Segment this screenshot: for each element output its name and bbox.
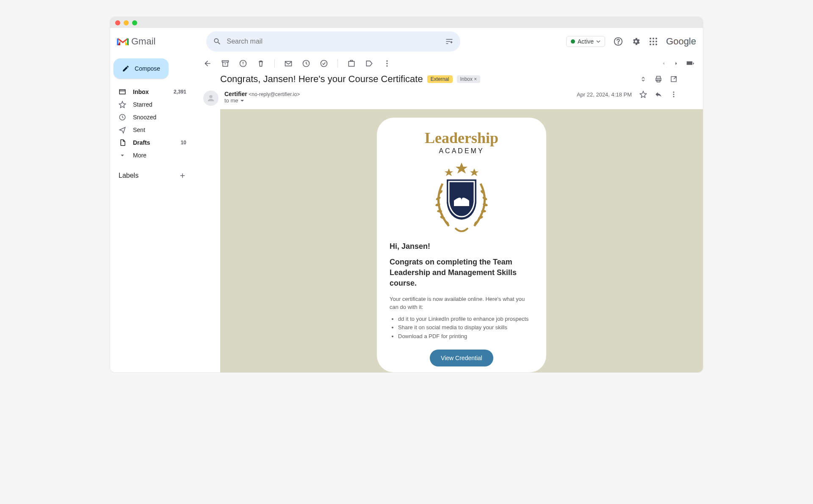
svg-marker-31 [456, 162, 467, 174]
svg-point-5 [650, 41, 651, 42]
svg-rect-34 [454, 205, 469, 206]
svg-point-17 [321, 61, 327, 67]
svg-point-19 [386, 61, 387, 62]
person-icon [206, 94, 216, 103]
svg-point-8 [650, 44, 651, 45]
print-icon[interactable] [655, 75, 662, 83]
sender-avatar [203, 91, 218, 106]
svg-marker-32 [445, 168, 453, 176]
nav-label: More [133, 152, 147, 159]
certificate-card: Leadership ACADEMY [377, 118, 546, 372]
description-text: Your certificate is now available online… [390, 295, 534, 311]
svg-point-9 [653, 44, 654, 45]
nav-count: 10 [181, 140, 186, 146]
more-icon[interactable] [670, 91, 678, 98]
congrats-text: Congrats on completing the Team Leadersh… [390, 257, 534, 289]
mark-unread-icon[interactable] [284, 59, 293, 68]
svg-point-30 [673, 96, 675, 97]
nav-icon [119, 139, 126, 146]
academy-crest-icon [390, 162, 534, 234]
bullet-item: Share it on social media to display your… [398, 323, 534, 332]
nav-icon [119, 101, 126, 108]
archive-icon[interactable] [221, 59, 230, 68]
add-task-icon[interactable] [320, 59, 328, 68]
back-icon[interactable] [203, 59, 212, 68]
svg-point-21 [386, 65, 387, 66]
nav-icon [119, 151, 126, 159]
search-icon [213, 37, 221, 46]
email-body: Leadership ACADEMY [220, 109, 703, 372]
svg-point-38 [437, 210, 442, 212]
compose-button[interactable]: Compose [113, 58, 169, 79]
nav-label: Snoozed [133, 114, 156, 121]
nav-icon [119, 88, 126, 96]
delete-icon[interactable] [257, 59, 265, 68]
sender-name: Certifier [224, 91, 247, 97]
star-icon[interactable] [639, 91, 647, 98]
nav-label: Sent [133, 127, 145, 133]
svg-point-44 [481, 210, 486, 212]
search-input[interactable] [227, 38, 445, 45]
gmail-icon [117, 37, 129, 46]
nav-label: Drafts [133, 139, 150, 146]
sidebar-item-sent[interactable]: Sent [113, 124, 191, 136]
help-icon[interactable] [614, 37, 623, 46]
minimize-window-icon[interactable] [124, 20, 129, 25]
gmail-logo[interactable]: Gmail [117, 36, 155, 47]
close-window-icon[interactable] [115, 20, 120, 25]
brand-subtitle: ACADEMY [390, 147, 534, 155]
status-chip[interactable]: Active [566, 36, 605, 47]
spam-icon[interactable] [239, 59, 247, 68]
svg-point-6 [653, 41, 654, 42]
recipient-line[interactable]: to me [224, 97, 238, 104]
email-subject: Congrats, Jansen! Here's your Course Cer… [220, 74, 423, 85]
sidebar-item-starred[interactable]: Starred [113, 98, 191, 111]
new-window-icon[interactable] [670, 75, 678, 83]
svg-rect-22 [687, 61, 692, 65]
svg-rect-11 [119, 90, 125, 94]
nav-label: Starred [133, 101, 152, 108]
email-toolbar [195, 55, 703, 72]
settings-icon[interactable] [631, 37, 641, 46]
titlebar [110, 17, 703, 28]
sidebar-item-drafts[interactable]: Drafts10 [113, 136, 191, 149]
sidebar-item-more[interactable]: More [113, 149, 191, 162]
sidebar-item-snoozed[interactable]: Snoozed [113, 111, 191, 124]
active-indicator-icon [571, 39, 575, 44]
compose-label: Compose [135, 65, 160, 72]
app-name: Gmail [131, 36, 155, 47]
more-icon[interactable] [383, 59, 391, 68]
search-options-icon[interactable] [445, 37, 454, 46]
email-view: Congrats, Jansen! Here's your Course Cer… [195, 55, 703, 372]
svg-point-3 [653, 38, 654, 39]
expand-icon[interactable] [639, 75, 647, 83]
prev-icon[interactable] [661, 61, 666, 66]
sender-email: <no-reply@certifier.io> [249, 91, 300, 97]
brand-title: Leadership [390, 130, 534, 146]
chevron-down-icon [596, 39, 600, 44]
add-label-icon[interactable] [179, 172, 186, 179]
chevron-down-icon[interactable] [240, 99, 244, 103]
svg-point-29 [673, 94, 675, 95]
external-badge: External [427, 75, 453, 83]
inbox-badge[interactable]: Inbox × [457, 75, 481, 83]
apps-icon[interactable] [649, 37, 658, 46]
divider [274, 59, 275, 68]
window-controls [115, 20, 137, 25]
divider [337, 59, 338, 68]
snooze-icon[interactable] [302, 59, 310, 68]
labels-heading: Labels [119, 172, 138, 179]
labels-icon[interactable] [365, 59, 373, 68]
google-logo[interactable]: Google [666, 36, 696, 47]
maximize-window-icon[interactable] [132, 20, 137, 25]
sidebar-item-inbox[interactable]: Inbox2,391 [113, 85, 191, 98]
next-icon[interactable] [673, 61, 679, 66]
search-bar[interactable] [206, 31, 460, 52]
svg-rect-13 [222, 61, 229, 62]
pencil-icon [122, 64, 130, 73]
input-tool-icon[interactable] [686, 61, 694, 66]
view-credential-button[interactable]: View Credential [430, 350, 493, 366]
move-to-icon[interactable] [347, 59, 356, 68]
reply-icon[interactable] [655, 91, 662, 98]
greeting: Hi, Jansen! [390, 242, 534, 251]
